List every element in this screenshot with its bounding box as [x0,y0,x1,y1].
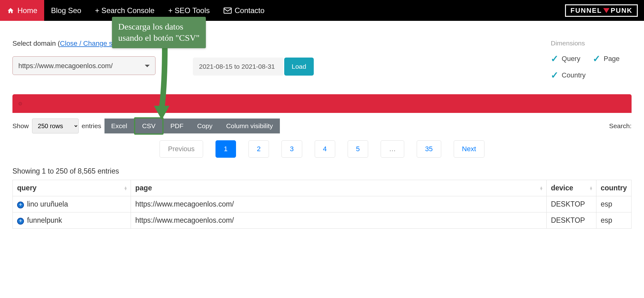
expand-row-icon[interactable]: + [17,218,24,225]
export-button-group: Excel CSV PDF Copy Column visibility [104,119,280,133]
showing-info: Showing 1 to 250 of 8,565 entries [12,167,632,175]
page-prev[interactable]: Previous [160,140,203,158]
pagination: Previous 1 2 3 4 5 … 35 Next [12,140,632,158]
col-country[interactable]: country [596,180,631,196]
expand-row-icon[interactable]: + [17,202,24,208]
show-label: Show [12,122,29,130]
page-35[interactable]: 35 [417,140,441,158]
page-ellipsis: … [381,140,404,158]
cell-device: DESKTOP [546,212,596,229]
col-query-label: query [17,184,37,192]
sort-icon: ▲▼ [589,186,593,190]
select-domain-text: Select domain ( [12,40,60,47]
rows-per-page-select[interactable]: 250 rows [32,119,79,133]
logo-text-a: FUNNEL [570,7,602,15]
gear-icon[interactable]: ⚙ [18,101,22,107]
navbar: Home Blog Seo + Search Console + SEO Too… [0,0,644,21]
nav-contacto[interactable]: Contacto [217,0,271,21]
results-table: query▲▼ page▲▼ device▲▼ country +lino ur… [12,180,632,229]
dim-country-label: Country [562,71,586,79]
check-icon: ✓ [551,53,558,64]
page-next[interactable]: Next [454,140,484,158]
col-query[interactable]: query▲▼ [13,180,131,196]
dim-country[interactable]: ✓Country [551,70,586,81]
svg-marker-0 [154,106,169,120]
nav-home[interactable]: Home [0,0,44,21]
nav-contacto-label: Contacto [235,6,265,15]
callout-arrow-icon [146,47,174,121]
page-1[interactable]: 1 [215,140,236,158]
page-4[interactable]: 4 [315,140,335,158]
page-5[interactable]: 5 [348,140,368,158]
logo[interactable]: FUNNEL PUNK [565,4,638,17]
excel-button[interactable]: Excel [104,119,134,133]
cell-page: https://www.mecagoenlos.com/ [131,196,547,212]
cell-page: https://www.mecagoenlos.com/ [131,212,547,229]
dimensions-panel: Dimensions ✓Query ✓Page ✓Country [551,40,632,86]
nav-blog-label: Blog Seo [51,6,81,15]
table-row: +funnelpunk https://www.mecagoenlos.com/… [13,212,632,229]
dim-query[interactable]: ✓Query [551,53,580,64]
col-page[interactable]: page▲▼ [131,180,547,196]
col-page-label: page [135,184,152,192]
sort-icon: ▲▼ [540,186,543,190]
dimensions-title: Dimensions [551,40,585,47]
nav-tools-label: + SEO Tools [168,6,210,15]
col-device[interactable]: device▲▼ [546,180,596,196]
callout-line1: Descarga los datos [118,21,200,32]
colvis-button[interactable]: Column visibility [219,119,280,133]
entries-label: entries [82,122,101,130]
col-country-label: country [601,184,627,192]
cell-country: esp [596,196,631,212]
logo-text-b: PUNK [611,7,632,15]
date-range-input[interactable] [193,58,283,76]
logo-triangle-icon [603,8,609,13]
page-3[interactable]: 3 [281,140,302,158]
copy-button[interactable]: Copy [190,119,219,133]
home-icon [7,7,14,14]
cell-country: esp [596,212,631,229]
nav-blog-seo[interactable]: Blog Seo [44,0,88,21]
nav-home-label: Home [17,6,37,15]
callout-tooltip: Descarga los datos usando el botón "CSV" [112,17,206,48]
page-2[interactable]: 2 [248,140,269,158]
sort-icon: ▲▼ [124,186,127,190]
dim-page[interactable]: ✓Page [593,53,619,64]
search-label: Search: [609,122,632,130]
domain-select[interactable]: https://www.mecagoenlos.com/ [12,56,155,75]
check-icon: ✓ [551,70,558,81]
dim-query-label: Query [562,55,580,63]
cell-query: lino uruñuela [27,200,68,208]
dim-page-label: Page [604,55,619,63]
callout-line2: usando el botón "CSV" [118,32,200,44]
mail-icon [224,7,232,14]
cell-device: DESKTOP [546,196,596,212]
cell-query: funnelpunk [27,216,62,224]
load-button[interactable]: Load [284,58,314,76]
table-header-banner: ⚙ [12,94,632,113]
check-icon: ✓ [593,53,600,64]
col-device-label: device [551,184,573,192]
table-row: +lino uruñuela https://www.mecagoenlos.c… [13,196,632,212]
nav-sc-label: + Search Console [95,6,154,15]
